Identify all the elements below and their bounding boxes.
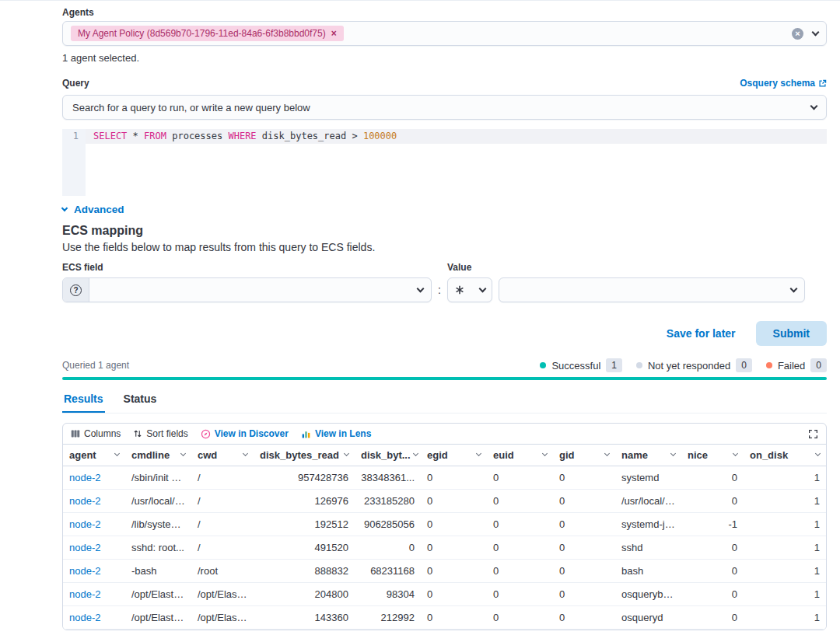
- cell-cwd[interactable]: /opt/Elastic...: [191, 606, 254, 629]
- cell-gid[interactable]: 0: [553, 490, 615, 512]
- cell-name[interactable]: systemd-jo...: [615, 513, 681, 536]
- cell-on-disk[interactable]: 1: [744, 560, 826, 582]
- cell-cwd[interactable]: /root: [191, 560, 254, 582]
- cell-nice[interactable]: -1: [681, 513, 744, 536]
- cell-agent[interactable]: node-2: [63, 560, 125, 582]
- column-header-euid[interactable]: euid: [487, 445, 553, 466]
- column-menu-icon[interactable]: [344, 451, 349, 456]
- column-header-disk-bytes-written[interactable]: disk_byt...: [355, 445, 421, 466]
- column-menu-icon[interactable]: [604, 451, 610, 456]
- cell-cmdline[interactable]: sshd: root...: [125, 536, 191, 559]
- column-menu-icon[interactable]: [815, 451, 821, 456]
- cell-disk-bytes-written[interactable]: 0: [355, 536, 421, 559]
- cell-nice[interactable]: 0: [681, 490, 744, 512]
- cell-cwd[interactable]: /: [191, 466, 254, 489]
- cell-cmdline[interactable]: /usr/local/c...: [125, 490, 191, 512]
- cell-gid[interactable]: 0: [553, 466, 615, 489]
- sort-fields-button[interactable]: Sort fields: [133, 428, 187, 439]
- cell-on-disk[interactable]: 1: [744, 583, 826, 605]
- cell-agent[interactable]: node-2: [63, 606, 125, 629]
- tab-results[interactable]: Results: [62, 388, 105, 413]
- column-header-egid[interactable]: egid: [421, 445, 487, 466]
- view-in-discover-link[interactable]: View in Discover: [201, 428, 289, 439]
- cell-on-disk[interactable]: 1: [744, 536, 826, 559]
- cell-cmdline[interactable]: /lib/system...: [125, 513, 191, 536]
- cell-egid[interactable]: 0: [421, 536, 487, 559]
- fullscreen-button[interactable]: [808, 429, 818, 439]
- cell-name[interactable]: osqueryd: [615, 606, 681, 629]
- cell-name[interactable]: /usr/local/c...: [615, 490, 681, 512]
- help-icon[interactable]: ?: [70, 284, 82, 296]
- cell-egid[interactable]: 0: [421, 583, 487, 605]
- cell-name[interactable]: osquerybeat: [615, 583, 681, 605]
- cell-disk-bytes-read[interactable]: 192512: [254, 513, 355, 536]
- cell-cmdline[interactable]: /opt/Elastic...: [125, 583, 191, 605]
- advanced-toggle[interactable]: Advanced: [62, 204, 827, 215]
- column-header-cwd[interactable]: cwd: [191, 445, 254, 466]
- cell-disk-bytes-written[interactable]: 233185280: [355, 490, 421, 512]
- cell-on-disk[interactable]: 1: [744, 513, 826, 536]
- cell-euid[interactable]: 0: [487, 466, 553, 489]
- column-menu-icon[interactable]: [670, 451, 676, 456]
- badge-remove-icon[interactable]: ×: [331, 27, 337, 40]
- cell-euid[interactable]: 0: [487, 560, 553, 582]
- cell-nice[interactable]: 0: [681, 560, 744, 582]
- column-menu-icon[interactable]: [542, 451, 548, 456]
- save-for-later-link[interactable]: Save for later: [667, 327, 736, 340]
- cell-euid[interactable]: 0: [487, 513, 553, 536]
- cell-euid[interactable]: 0: [487, 536, 553, 559]
- cell-disk-bytes-read[interactable]: 957428736: [254, 466, 355, 489]
- cell-agent[interactable]: node-2: [63, 583, 125, 605]
- cell-egid[interactable]: 0: [421, 606, 487, 629]
- cell-on-disk[interactable]: 1: [744, 490, 826, 512]
- cell-disk-bytes-written[interactable]: 68231168: [355, 560, 421, 582]
- column-header-nice[interactable]: nice: [681, 445, 744, 466]
- cell-gid[interactable]: 0: [553, 536, 615, 559]
- view-in-lens-link[interactable]: View in Lens: [301, 428, 371, 439]
- cell-disk-bytes-read[interactable]: 126976: [254, 490, 355, 512]
- cell-disk-bytes-read[interactable]: 204800: [254, 583, 355, 605]
- cell-disk-bytes-written[interactable]: 38348361...: [355, 466, 421, 489]
- cell-disk-bytes-written[interactable]: 212992: [355, 606, 421, 629]
- column-header-cmdline[interactable]: cmdline: [125, 445, 191, 466]
- cell-nice[interactable]: 0: [681, 466, 744, 489]
- query-select[interactable]: Search for a query to run, or write a ne…: [62, 95, 827, 120]
- cell-egid[interactable]: 0: [421, 560, 487, 582]
- ecs-field-combobox[interactable]: ?: [62, 277, 432, 302]
- submit-button[interactable]: Submit: [756, 321, 827, 346]
- cell-agent[interactable]: node-2: [63, 466, 125, 489]
- tab-status[interactable]: Status: [122, 388, 159, 413]
- osquery-schema-link[interactable]: Osquery schema: [740, 78, 827, 89]
- cell-name[interactable]: sshd: [615, 536, 681, 559]
- cell-nice[interactable]: 0: [681, 606, 744, 629]
- clear-selection-icon[interactable]: ×: [792, 28, 803, 40]
- cell-egid[interactable]: 0: [421, 466, 487, 489]
- column-header-gid[interactable]: gid: [553, 445, 615, 466]
- cell-nice[interactable]: 0: [681, 583, 744, 605]
- columns-button[interactable]: Columns: [71, 428, 121, 439]
- column-menu-icon[interactable]: [114, 451, 120, 456]
- cell-name[interactable]: bash: [615, 560, 681, 582]
- column-menu-icon[interactable]: [476, 451, 481, 456]
- column-menu-icon[interactable]: [413, 451, 418, 456]
- cell-gid[interactable]: 0: [553, 560, 615, 582]
- cell-euid[interactable]: 0: [487, 490, 553, 512]
- column-menu-icon[interactable]: [243, 451, 248, 456]
- agents-combobox[interactable]: My Agent Policy (8d569b70-1796-11ed-84a6…: [62, 21, 827, 46]
- cell-cmdline[interactable]: -bash: [125, 560, 191, 582]
- cell-disk-bytes-read[interactable]: 491520: [254, 536, 355, 559]
- cell-name[interactable]: systemd: [615, 466, 681, 489]
- cell-gid[interactable]: 0: [553, 606, 615, 629]
- cell-egid[interactable]: 0: [421, 490, 487, 512]
- cell-agent[interactable]: node-2: [63, 536, 125, 559]
- cell-agent[interactable]: node-2: [63, 490, 125, 512]
- agent-policy-badge[interactable]: My Agent Policy (8d569b70-1796-11ed-84a6…: [71, 26, 344, 41]
- cell-cmdline[interactable]: /opt/Elastic...: [125, 606, 191, 629]
- value-type-select[interactable]: [447, 277, 492, 302]
- cell-agent[interactable]: node-2: [63, 513, 125, 536]
- cell-egid[interactable]: 0: [421, 513, 487, 536]
- cell-disk-bytes-written[interactable]: 98304: [355, 583, 421, 605]
- agents-chevron-down-icon[interactable]: [812, 28, 820, 36]
- cell-on-disk[interactable]: 1: [744, 466, 826, 489]
- column-header-agent[interactable]: agent: [63, 445, 125, 466]
